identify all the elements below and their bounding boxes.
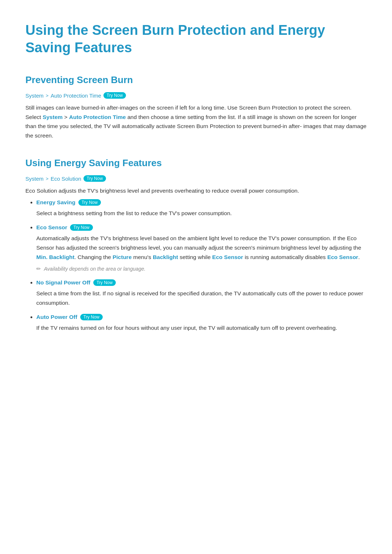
eco-sensor-label: Eco Sensor — [36, 224, 67, 231]
auto-power-off-body: If the TV remains turned on for four hou… — [36, 323, 367, 333]
breadcrumb-system-1[interactable]: System — [25, 93, 44, 99]
try-now-badge-eco-solution[interactable]: Try Now — [83, 175, 106, 182]
section-title-energy-saving: Using Energy Saving Features — [25, 157, 367, 169]
inline-link-auto-protection-time: Auto Protection Time — [69, 114, 126, 120]
breadcrumb-separator-1: > — [46, 93, 49, 98]
inline-link-picture: Picture — [113, 254, 132, 260]
eco-sensor-body: Automatically adjusts the TV's brightnes… — [36, 234, 367, 262]
screen-burn-body-text: Still images can leave burned-in after-i… — [25, 103, 367, 140]
section-energy-saving: Using Energy Saving Features System > Ec… — [25, 157, 367, 333]
inline-link-eco-sensor-2: Eco Sensor — [327, 254, 358, 260]
energy-saving-label: Energy Saving — [36, 199, 75, 206]
inline-link-system-1: System — [42, 114, 62, 120]
inline-link-eco-sensor-1: Eco Sensor — [212, 254, 243, 260]
breadcrumb-system-2[interactable]: System — [25, 176, 44, 182]
breadcrumb-separator-2: > — [46, 176, 49, 181]
auto-power-off-label: Auto Power Off — [36, 314, 77, 320]
try-now-badge-auto-power-off[interactable]: Try Now — [80, 314, 103, 320]
breadcrumb-screen-burn: System > Auto Protection Time Try Now — [25, 92, 367, 99]
list-item-energy-saving: Energy Saving Try Now Select a brightnes… — [36, 199, 367, 218]
note-icon: ✏ — [36, 266, 41, 272]
list-item-eco-sensor: Eco Sensor Try Now Automatically adjusts… — [36, 224, 367, 273]
no-signal-power-off-body: Select a time from the list. If no signa… — [36, 289, 367, 307]
energy-saving-body: Select a brightness setting from the lis… — [36, 209, 367, 218]
try-now-badge-screen-burn[interactable]: Try Now — [103, 92, 126, 99]
section-title-screen-burn: Preventing Screen Burn — [25, 74, 367, 86]
section-preventing-screen-burn: Preventing Screen Burn System > Auto Pro… — [25, 74, 367, 140]
energy-saving-bullet-list: Energy Saving Try Now Select a brightnes… — [36, 199, 367, 333]
breadcrumb-eco-solution[interactable]: Eco Solution — [51, 176, 81, 182]
breadcrumb-auto-protection-time[interactable]: Auto Protection Time — [51, 93, 101, 99]
auto-power-off-header: Auto Power Off Try Now — [36, 314, 367, 320]
page-title: Using the Screen Burn Protection and Ene… — [25, 22, 367, 56]
energy-saving-header: Energy Saving Try Now — [36, 199, 367, 206]
energy-saving-intro-text: Eco Solution adjusts the TV's brightness… — [25, 186, 367, 196]
inline-link-min-backlight: Min. Backlight — [36, 254, 74, 260]
note-availability-text: Availability depends on the area or lang… — [44, 265, 146, 273]
eco-sensor-header: Eco Sensor Try Now — [36, 224, 367, 231]
try-now-badge-eco-sensor[interactable]: Try Now — [70, 224, 93, 231]
try-now-badge-energy-saving[interactable]: Try Now — [78, 199, 101, 206]
try-now-badge-no-signal[interactable]: Try Now — [93, 279, 116, 286]
list-item-auto-power-off: Auto Power Off Try Now If the TV remains… — [36, 314, 367, 333]
eco-sensor-note: ✏ Availability depends on the area or la… — [36, 265, 367, 273]
list-item-no-signal-power-off: No Signal Power Off Try Now Select a tim… — [36, 279, 367, 307]
breadcrumb-energy-saving: System > Eco Solution Try Now — [25, 175, 367, 182]
inline-link-backlight: Backlight — [153, 254, 178, 260]
no-signal-power-off-label: No Signal Power Off — [36, 279, 90, 286]
no-signal-power-off-header: No Signal Power Off Try Now — [36, 279, 367, 286]
